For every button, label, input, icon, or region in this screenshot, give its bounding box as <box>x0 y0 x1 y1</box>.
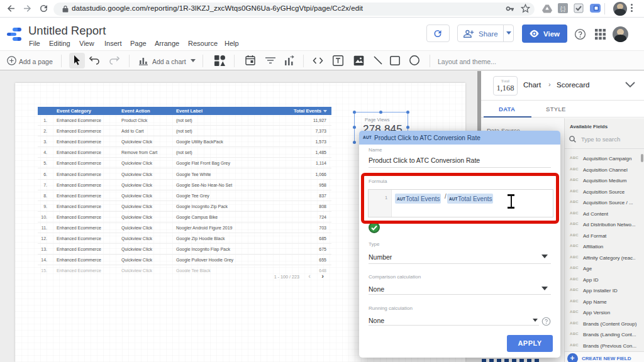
svg-text:{;}: {;} <box>560 6 566 12</box>
